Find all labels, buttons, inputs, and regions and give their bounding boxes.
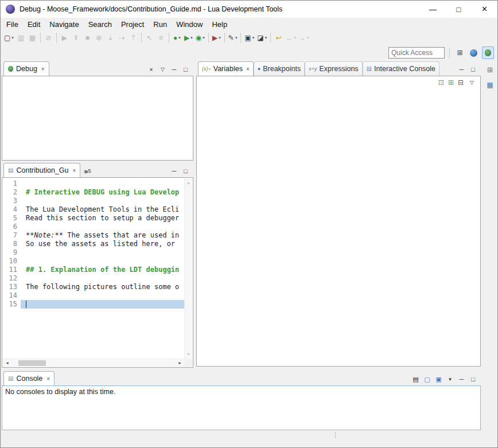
suspend-button[interactable]: ‖: [71, 32, 81, 44]
tab-console[interactable]: ▤ Console ×: [3, 371, 55, 385]
use-step-filters-button[interactable]: ≡: [155, 32, 166, 44]
scrollbar-thumb[interactable]: [18, 360, 46, 366]
perspective-toolbar: ⊞: [1, 45, 497, 60]
debug-view-icon: [8, 66, 13, 72]
line-number: 10: [2, 257, 21, 266]
maximize-view-button[interactable]: □: [469, 67, 477, 73]
new-wizard-button[interactable]: ▣▾: [243, 32, 255, 44]
close-tab-icon[interactable]: ×: [72, 167, 76, 174]
last-edit-location-button[interactable]: ↩: [273, 32, 284, 44]
open-resource-button[interactable]: ◪▾: [256, 32, 268, 44]
skip-all-breakpoints-button[interactable]: ⊘: [43, 32, 54, 44]
drop-to-frame-button[interactable]: ↖: [144, 32, 155, 44]
tab-contribution-guide[interactable]: ▤ Contribution_Gu ×: [3, 163, 80, 177]
menu-help[interactable]: Help: [207, 19, 232, 30]
editor-content[interactable]: 1 2# Interactive DEBUG using Lua Develop…: [2, 177, 193, 368]
debug-perspective-button[interactable]: [482, 46, 494, 59]
tab-expressions[interactable]: x+y Expressions: [305, 61, 362, 76]
search-button[interactable]: ✎▾: [227, 32, 239, 44]
resume-icon: ▶: [62, 34, 67, 41]
breakpoints-tab-label: Breakpoints: [263, 65, 301, 73]
restore-minimized-view-button[interactable]: ⊞: [484, 64, 496, 76]
menu-run[interactable]: Run: [149, 19, 172, 30]
editor-line: 1: [2, 180, 184, 188]
remove-all-terminated-button[interactable]: ×: [147, 67, 155, 73]
console-content[interactable]: No consoles to display at this time.: [2, 385, 481, 430]
tab-debug[interactable]: Debug ×: [3, 61, 49, 76]
debug-button[interactable]: ●▾: [172, 32, 182, 44]
show-columns-button[interactable]: ⊞: [448, 79, 454, 86]
interactive-console-tab-label: Interactive Console: [374, 65, 435, 73]
window-maximize-button[interactable]: □: [446, 1, 472, 18]
window-minimize-button[interactable]: —: [420, 1, 446, 18]
application-window: Debug - Moose_Framework/docs/Contributio…: [0, 0, 498, 448]
maximize-view-button[interactable]: □: [181, 67, 190, 73]
menu-edit[interactable]: Edit: [23, 19, 45, 30]
line-text: # Interactive DEBUG using Lua Develop: [21, 188, 184, 197]
toolbar-separator: [56, 33, 57, 43]
show-logical-structure-button[interactable]: ⊡: [438, 79, 444, 86]
scroll-down-icon[interactable]: ▾: [187, 350, 189, 359]
view-menu-button[interactable]: ▽: [468, 80, 476, 85]
save-button[interactable]: ▥: [15, 32, 26, 44]
tab-breakpoints[interactable]: ● Breakpoints: [254, 61, 305, 76]
minimized-grid-view-button[interactable]: ▦: [484, 79, 496, 91]
editor-vertical-scrollbar[interactable]: ▴ ▾: [184, 178, 192, 359]
minimize-view-button[interactable]: ─: [170, 168, 178, 174]
debug-view-content[interactable]: [2, 76, 193, 161]
editor-horizontal-scrollbar[interactable]: ◂ ▸: [3, 359, 184, 367]
window-close-button[interactable]: ×: [472, 1, 497, 18]
maximize-view-button[interactable]: □: [181, 168, 190, 174]
view-menu-button[interactable]: ▽: [158, 67, 167, 72]
sash-grip-icon[interactable]: ⋮: [332, 431, 339, 439]
scroll-left-icon[interactable]: ◂: [3, 360, 11, 365]
scroll-up-icon[interactable]: ▴: [187, 178, 189, 187]
quick-access-input[interactable]: [388, 47, 445, 59]
back-button[interactable]: ←▾: [285, 32, 297, 44]
tab-interactive-console[interactable]: ▤ Interactive Console: [363, 61, 439, 76]
debug-bug-icon: ●: [173, 34, 177, 41]
menu-window[interactable]: Window: [172, 19, 207, 30]
lua-perspective-icon: [470, 49, 477, 57]
minimize-view-button[interactable]: ─: [170, 67, 178, 73]
menu-search[interactable]: Search: [84, 19, 116, 30]
external-tools-button[interactable]: ▶▾: [211, 32, 222, 44]
maximize-view-button[interactable]: □: [469, 376, 477, 383]
menu-navigate[interactable]: Navigate: [45, 19, 83, 30]
new-button[interactable]: ▢▾: [3, 32, 15, 44]
disconnect-button[interactable]: ⊗: [94, 32, 104, 44]
collapse-all-button[interactable]: ⊟: [458, 79, 464, 86]
minimize-view-button[interactable]: ─: [457, 67, 466, 73]
editor-tab-overflow-button[interactable]: » 5: [84, 168, 91, 175]
dropdown-arrow-icon[interactable]: ▾: [446, 377, 454, 382]
close-tab-icon[interactable]: ×: [46, 376, 50, 382]
step-return-button[interactable]: ⇡: [128, 32, 139, 44]
editor-text-area[interactable]: 1 2# Interactive DEBUG using Lua Develop…: [2, 178, 184, 359]
run-button[interactable]: ▶▾: [183, 32, 194, 44]
close-tab-icon[interactable]: ×: [246, 66, 250, 72]
step-into-button[interactable]: ⇣: [105, 32, 116, 44]
resume-button[interactable]: ▶: [59, 32, 70, 44]
forward-button[interactable]: →▾: [298, 32, 310, 44]
open-console-button[interactable]: ▤: [411, 376, 420, 383]
open-perspective-button[interactable]: ⊞: [454, 46, 465, 59]
console-icon: ▤: [8, 376, 13, 381]
minimize-view-button[interactable]: ─: [457, 376, 466, 383]
back-icon: ←: [286, 34, 293, 41]
titlebar[interactable]: Debug - Moose_Framework/docs/Contributio…: [1, 1, 497, 18]
save-all-button[interactable]: ▦: [27, 32, 38, 44]
scroll-right-icon[interactable]: ▸: [176, 360, 184, 365]
tab-variables[interactable]: (x)= Variables ×: [198, 61, 254, 76]
menu-file[interactable]: File: [2, 19, 23, 30]
terminate-button[interactable]: ■: [82, 32, 93, 44]
step-over-button[interactable]: ⇢: [116, 32, 127, 44]
close-tab-icon[interactable]: ×: [41, 66, 45, 72]
coverage-button[interactable]: ◉▾: [194, 32, 206, 44]
menu-project[interactable]: Project: [116, 19, 149, 30]
scrollbar-track[interactable]: [11, 359, 176, 367]
variables-view-content[interactable]: ⊡ ⊞ ⊟ ▽: [196, 76, 481, 367]
display-selected-console-button[interactable]: ▢: [423, 376, 431, 383]
open-console-dropdown-button[interactable]: ▣: [434, 376, 443, 383]
lua-perspective-button[interactable]: [468, 46, 479, 59]
step-filters-icon: ≡: [159, 34, 163, 41]
